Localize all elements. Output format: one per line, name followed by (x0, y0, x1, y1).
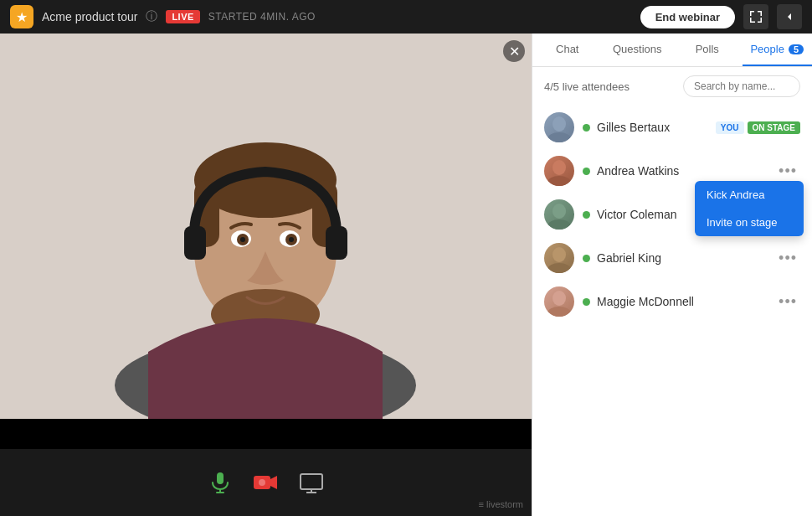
tab-people[interactable]: People 5 (743, 34, 813, 66)
svg-point-29 (552, 204, 566, 219)
live-badge: LIVE (166, 10, 199, 23)
svg-point-27 (552, 160, 566, 175)
attendee-item: Andrea Watkins ••• Kick Andrea Invite on… (532, 149, 812, 193)
svg-point-31 (552, 247, 566, 262)
attendees-count: 4/5 live attendees (544, 80, 630, 93)
more-options-button[interactable]: ••• (775, 293, 800, 311)
svg-point-30 (547, 219, 571, 230)
online-indicator (583, 168, 590, 175)
end-webinar-button[interactable]: End webinar (640, 6, 735, 28)
video-area: ✕ (0, 34, 532, 449)
attendees-header: 4/5 live attendees (532, 67, 812, 106)
online-indicator (583, 298, 590, 306)
close-video-button[interactable]: ✕ (503, 40, 525, 62)
attendee-list: Gilles Bertaux YOU ON STAGE Andrea Watki… (532, 106, 812, 516)
avatar (544, 199, 574, 230)
people-count-badge: 5 (789, 44, 804, 54)
kick-action[interactable]: Kick Andrea (695, 181, 804, 209)
info-icon[interactable]: ⓘ (146, 9, 157, 24)
video-controls: ≡ livestorm (0, 449, 532, 516)
mic-button[interactable] (208, 471, 232, 494)
livestorm-watermark: ≡ livestorm (479, 499, 523, 509)
avatar (544, 243, 574, 273)
avatar (544, 112, 574, 142)
video-placeholder (0, 34, 532, 449)
attendee-item: Maggie McDonnell ••• (532, 280, 812, 323)
attendee-item: Gilles Bertaux YOU ON STAGE (532, 106, 812, 149)
on-stage-badge: ON STAGE (748, 121, 800, 134)
avatar (544, 286, 574, 317)
people-panel: 4/5 live attendees Gilles Bertaux YOU (532, 67, 812, 516)
right-panel: Chat Questions Polls People 5 4/5 live a… (532, 34, 812, 516)
expand-button[interactable] (743, 4, 768, 29)
online-indicator (583, 211, 590, 219)
online-indicator (583, 124, 590, 132)
svg-point-26 (547, 132, 571, 142)
svg-point-34 (547, 307, 571, 317)
attendee-name: Andrea Watkins (597, 164, 775, 178)
avatar (544, 156, 574, 186)
svg-point-32 (547, 263, 571, 273)
attendee-name: Gilles Bertaux (597, 121, 711, 134)
attendee-item: Gabriel King ••• (532, 236, 812, 280)
attendee-name: Maggie McDonnell (597, 295, 775, 308)
search-input[interactable] (683, 75, 800, 97)
you-badge: YOU (716, 121, 744, 134)
tab-polls[interactable]: Polls (672, 34, 743, 66)
screen-share-button[interactable] (299, 471, 324, 494)
tab-questions[interactable]: Questions (603, 34, 673, 66)
svg-point-25 (552, 116, 566, 132)
more-options-button[interactable]: ••• (775, 250, 800, 267)
tabs: Chat Questions Polls People 5 (532, 34, 812, 67)
main-content: ✕ (0, 34, 812, 516)
svg-rect-17 (217, 472, 224, 484)
svg-point-13 (240, 237, 245, 242)
svg-point-21 (259, 479, 265, 486)
more-options-button[interactable] (777, 4, 802, 29)
tab-chat[interactable]: Chat (532, 34, 603, 66)
svg-point-33 (552, 291, 566, 306)
video-panel: ✕ (0, 34, 532, 516)
invite-on-stage-action[interactable]: Invite on stage (695, 209, 804, 236)
started-text: STARTED 4MIN. AGO (208, 11, 316, 23)
context-menu: Kick Andrea Invite on stage (695, 181, 804, 236)
camera-button[interactable] (252, 471, 279, 494)
attendee-name: Gabriel King (597, 251, 775, 265)
more-options-button[interactable]: ••• (775, 163, 800, 180)
svg-rect-16 (326, 226, 347, 260)
online-indicator (583, 255, 590, 262)
star-logo: ★ (10, 5, 33, 28)
topbar: ★ Acme product tour ⓘ LIVE STARTED 4MIN.… (0, 0, 812, 34)
svg-rect-22 (301, 474, 322, 489)
svg-rect-15 (184, 226, 206, 260)
webinar-title: Acme product tour (42, 10, 137, 23)
svg-point-14 (289, 237, 294, 242)
svg-point-28 (547, 176, 571, 186)
